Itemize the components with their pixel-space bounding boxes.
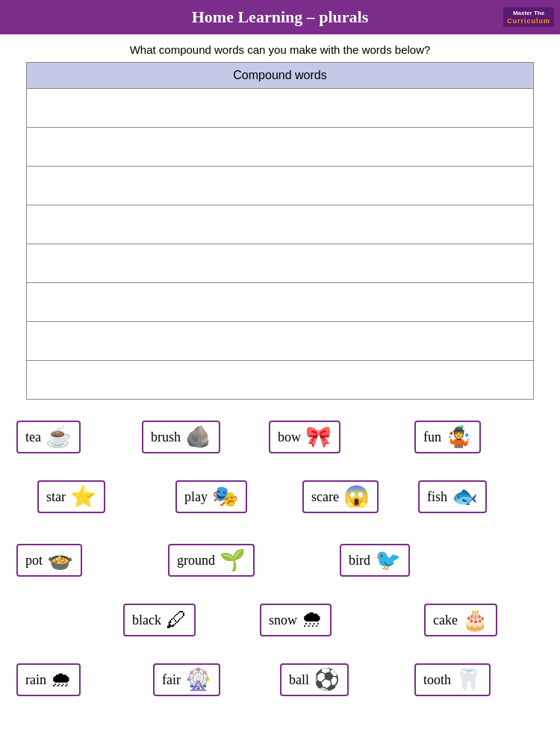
card-label-bow: bow bbox=[278, 430, 301, 445]
card-rain[interactable]: rain🌧 bbox=[16, 663, 81, 696]
table-row[interactable] bbox=[27, 89, 534, 128]
card-black[interactable]: black🖊 bbox=[123, 604, 196, 636]
card-label-tooth: tooth bbox=[423, 672, 451, 688]
card-fair[interactable]: fair🎡 bbox=[153, 663, 220, 696]
card-label-ball: ball bbox=[289, 672, 309, 688]
card-label-rain: rain bbox=[25, 672, 46, 688]
card-icon-fair: 🎡 bbox=[185, 669, 211, 690]
logo-line2: Curriculum bbox=[507, 16, 550, 25]
subtitle: What compound words can you make with th… bbox=[0, 43, 560, 56]
card-icon-cake: 🎂 bbox=[462, 610, 488, 630]
card-label-fun: fun bbox=[423, 430, 441, 445]
card-label-ground: ground bbox=[177, 553, 215, 568]
card-ball[interactable]: ball⚽ bbox=[280, 663, 349, 696]
card-label-snow: snow bbox=[269, 613, 297, 628]
card-icon-bird: 🐦 bbox=[375, 550, 401, 571]
card-icon-tooth: 🦷 bbox=[455, 669, 482, 690]
table-row[interactable] bbox=[27, 167, 534, 205]
card-icon-play: 🎭 bbox=[212, 486, 238, 507]
card-label-fish: fish bbox=[427, 489, 447, 505]
table-header: Compound words bbox=[27, 63, 534, 89]
logo-line1: Master The bbox=[507, 10, 550, 17]
page-title: Home Learning – plurals bbox=[192, 7, 369, 26]
page-header: Home Learning – plurals Master The Curri… bbox=[0, 0, 560, 34]
card-snow[interactable]: snow🌨 bbox=[260, 604, 332, 636]
card-cake[interactable]: cake🎂 bbox=[424, 604, 497, 636]
card-tooth[interactable]: tooth🦷 bbox=[414, 663, 491, 696]
card-fish[interactable]: fish🐟 bbox=[418, 480, 487, 513]
card-bow[interactable]: bow🎀 bbox=[269, 421, 340, 453]
table-row[interactable] bbox=[27, 244, 534, 283]
card-icon-tea: ☕ bbox=[46, 427, 72, 447]
card-star[interactable]: star⭐ bbox=[37, 480, 105, 513]
card-label-black: black bbox=[132, 613, 161, 628]
table-row[interactable] bbox=[27, 361, 534, 400]
card-icon-snow: 🌨 bbox=[302, 610, 323, 630]
card-label-bird: bird bbox=[349, 553, 370, 568]
card-label-fair: fair bbox=[162, 672, 181, 688]
table-row[interactable] bbox=[27, 205, 534, 244]
card-label-star: star bbox=[46, 489, 66, 505]
card-brush[interactable]: brush🪨 bbox=[142, 421, 220, 453]
table-row[interactable] bbox=[27, 128, 534, 167]
card-tea[interactable]: tea☕ bbox=[16, 421, 81, 453]
table-row[interactable] bbox=[27, 322, 534, 361]
card-label-pot: pot bbox=[25, 553, 43, 568]
card-icon-pot: 🍲 bbox=[47, 550, 73, 571]
card-pot[interactable]: pot🍲 bbox=[16, 544, 82, 577]
cards-area: tea☕brush🪨bow🎀fun🤹star⭐play🎭scare😱fish🐟p… bbox=[0, 413, 560, 742]
card-scare[interactable]: scare😱 bbox=[302, 480, 379, 513]
card-icon-bow: 🎀 bbox=[305, 427, 332, 447]
compound-words-table: Compound words bbox=[26, 62, 534, 400]
card-icon-scare: 😱 bbox=[343, 486, 370, 507]
card-label-scare: scare bbox=[311, 489, 339, 505]
card-icon-fun: 🤹 bbox=[446, 427, 472, 447]
card-label-play: play bbox=[184, 489, 208, 505]
card-label-brush: brush bbox=[151, 430, 181, 445]
card-fun[interactable]: fun🤹 bbox=[414, 421, 481, 453]
card-icon-black: 🖊 bbox=[166, 610, 187, 630]
card-icon-rain: 🌧 bbox=[51, 669, 72, 690]
card-play[interactable]: play🎭 bbox=[175, 480, 247, 513]
table-row[interactable] bbox=[27, 283, 534, 322]
card-label-tea: tea bbox=[25, 430, 41, 445]
card-icon-fish: 🐟 bbox=[452, 486, 478, 507]
logo: Master The Curriculum bbox=[503, 7, 554, 27]
card-icon-brush: 🪨 bbox=[185, 427, 211, 447]
card-icon-ball: ⚽ bbox=[314, 669, 340, 690]
card-ground[interactable]: ground🌱 bbox=[168, 544, 255, 577]
card-icon-ground: 🌱 bbox=[220, 550, 246, 571]
card-label-cake: cake bbox=[433, 613, 458, 628]
card-bird[interactable]: bird🐦 bbox=[340, 544, 410, 577]
card-icon-star: ⭐ bbox=[70, 486, 96, 507]
